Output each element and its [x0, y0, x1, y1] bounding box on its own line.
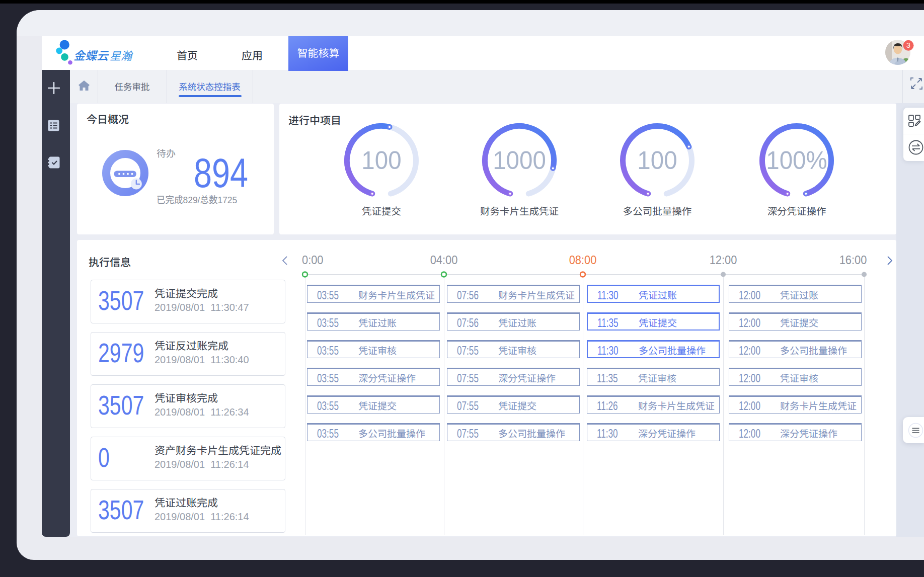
svg-text:3: 3	[906, 41, 910, 49]
